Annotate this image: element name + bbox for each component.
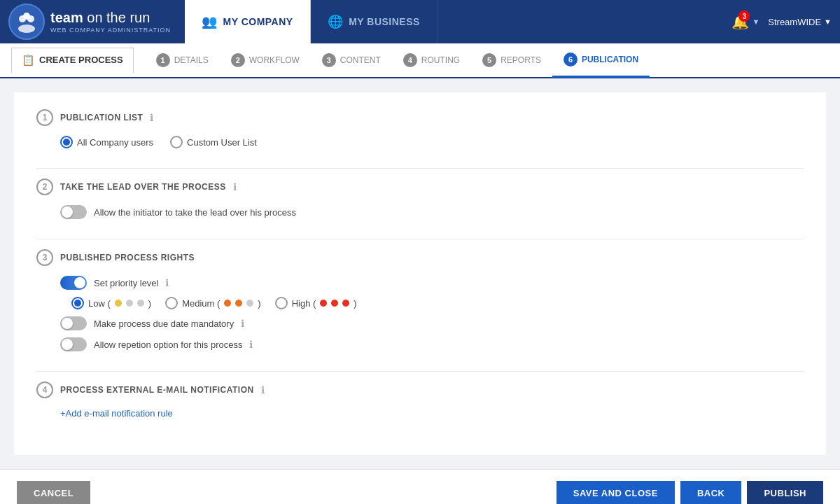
wizard-step-reports[interactable]: 5 REPORTS bbox=[471, 43, 552, 78]
medium-dot-2 bbox=[235, 300, 242, 307]
divider-2 bbox=[36, 239, 804, 239]
section-take-lead: 2 TAKE THE LEAD OVER THE PROCESS ℹ Allow… bbox=[36, 178, 804, 219]
medium-dot-1 bbox=[224, 300, 231, 307]
publish-button[interactable]: PUBLISH bbox=[747, 481, 823, 504]
step-num-4: 4 bbox=[403, 53, 417, 67]
divider-3 bbox=[36, 371, 804, 372]
logo-text: team on the run WEB COMPANY ADMINISTRATI… bbox=[50, 8, 171, 35]
section-process-rights: 3 PUBLISHED PROCESS RIGHTS Set priority … bbox=[36, 249, 804, 351]
nav-tab-company-label: MY COMPANY bbox=[223, 16, 293, 27]
wizard-bar: 📋 CREATE PROCESS 1 DETAILS 2 WORKFLOW 3 … bbox=[0, 43, 840, 78]
section-email-notification: 4 PROCESS EXTERNAL E-MAIL NOTIFICATION ℹ… bbox=[36, 382, 804, 419]
wizard-step-workflow[interactable]: 2 WORKFLOW bbox=[220, 43, 311, 78]
section2-info-icon[interactable]: ℹ bbox=[233, 181, 237, 192]
priority-toggle[interactable] bbox=[60, 276, 87, 290]
repetition-toggle[interactable] bbox=[60, 337, 87, 351]
repetition-toggle-knob bbox=[62, 339, 73, 350]
priority-high-close: ) bbox=[354, 298, 356, 309]
svg-point-3 bbox=[18, 24, 35, 33]
priority-high[interactable]: High ( ) bbox=[275, 297, 357, 309]
due-date-info-icon[interactable]: ℹ bbox=[241, 318, 244, 329]
cancel-button[interactable]: CANCEL bbox=[17, 481, 90, 504]
business-icon: 🌐 bbox=[328, 14, 344, 29]
radio-label-all-company: All Company users bbox=[77, 137, 153, 148]
section-publication-list: 1 PUBLICATION LIST ℹ All Company users C… bbox=[36, 109, 804, 148]
user-menu[interactable]: StreamWIDE ▼ bbox=[768, 17, 832, 27]
high-dot-1 bbox=[320, 300, 327, 307]
brand-subtitle: WEB COMPANY ADMINISTRATION bbox=[50, 27, 171, 35]
step-num-6: 6 bbox=[564, 52, 578, 66]
step-num-2: 2 bbox=[231, 53, 245, 67]
nav-tab-my-business[interactable]: 🌐 MY BUSINESS bbox=[311, 0, 438, 43]
priority-radio-group: Low ( ) Medium ( ) High ( bbox=[36, 297, 804, 309]
radio-all-company[interactable]: All Company users bbox=[60, 136, 153, 148]
section2-header: 2 TAKE THE LEAD OVER THE PROCESS ℹ bbox=[36, 178, 804, 195]
low-dot-1 bbox=[115, 300, 122, 307]
section4-title: PROCESS EXTERNAL E-MAIL NOTIFICATION bbox=[60, 385, 254, 395]
section2-title: TAKE THE LEAD OVER THE PROCESS bbox=[60, 182, 226, 192]
footer: CANCEL SAVE AND CLOSE BACK PUBLISH bbox=[0, 469, 840, 504]
radio-custom-list[interactable]: Custom User List bbox=[170, 136, 257, 148]
due-date-toggle-row: Make process due date mandatory ℹ bbox=[36, 316, 804, 330]
priority-medium-label: Medium ( bbox=[182, 298, 220, 309]
take-lead-toggle-knob bbox=[62, 206, 73, 218]
section4-num: 4 bbox=[36, 382, 53, 398]
step-label-content: CONTENT bbox=[340, 55, 381, 65]
priority-toggle-row: Set priority level ℹ bbox=[36, 276, 804, 290]
section3-header: 3 PUBLISHED PROCESS RIGHTS bbox=[36, 249, 804, 266]
svg-point-2 bbox=[23, 13, 30, 20]
high-dot-3 bbox=[342, 300, 349, 307]
priority-toggle-label: Set priority level bbox=[94, 278, 158, 288]
repetition-info-icon[interactable]: ℹ bbox=[249, 339, 253, 350]
priority-low-label: Low ( bbox=[88, 298, 111, 309]
footer-right: SAVE AND CLOSE BACK PUBLISH bbox=[556, 481, 823, 504]
wizard-steps: 1 DETAILS 2 WORKFLOW 3 CONTENT 4 ROUTING… bbox=[145, 43, 829, 78]
priority-high-radio bbox=[275, 297, 288, 309]
section4-info-icon[interactable]: ℹ bbox=[261, 384, 265, 396]
main-nav: 👥 MY COMPANY 🌐 MY BUSINESS bbox=[185, 0, 438, 43]
section1-title: PUBLICATION LIST bbox=[60, 113, 143, 122]
priority-medium-radio bbox=[165, 297, 178, 309]
priority-medium[interactable]: Medium ( ) bbox=[165, 297, 261, 309]
add-email-rule-link[interactable]: +Add e-mail notification rule bbox=[36, 408, 804, 419]
brand-suffix: on the run bbox=[83, 10, 150, 25]
due-date-toggle[interactable] bbox=[60, 316, 87, 330]
priority-low[interactable]: Low ( ) bbox=[71, 297, 151, 309]
due-date-label: Make process due date mandatory bbox=[94, 318, 234, 329]
wizard-step-content[interactable]: 3 CONTENT bbox=[311, 43, 392, 78]
section1-num: 1 bbox=[36, 109, 53, 126]
step-num-5: 5 bbox=[482, 53, 496, 67]
notification-button[interactable]: 🔔 3 ▼ bbox=[732, 13, 760, 30]
section1-info-icon[interactable]: ℹ bbox=[150, 112, 153, 123]
step-label-reports: REPORTS bbox=[500, 55, 541, 65]
high-dot-2 bbox=[331, 300, 338, 307]
take-lead-label: Allow the initiator to take the lead ove… bbox=[94, 207, 296, 218]
form-card: 1 PUBLICATION LIST ℹ All Company users C… bbox=[14, 92, 826, 455]
take-lead-toggle[interactable] bbox=[60, 205, 87, 219]
wizard-step-details[interactable]: 1 DETAILS bbox=[145, 43, 220, 78]
priority-info-icon[interactable]: ℹ bbox=[165, 277, 169, 288]
back-button[interactable]: BACK bbox=[680, 481, 742, 504]
section3-num: 3 bbox=[36, 249, 53, 266]
radio-circle-all-company bbox=[60, 136, 73, 148]
medium-dot-3 bbox=[246, 300, 253, 307]
repetition-toggle-row: Allow repetion option for this process ℹ bbox=[36, 337, 804, 351]
take-lead-toggle-row: Allow the initiator to take the lead ove… bbox=[36, 205, 804, 219]
low-dot-2 bbox=[126, 300, 133, 307]
header: team on the run WEB COMPANY ADMINISTRATI… bbox=[0, 0, 840, 43]
section4-header: 4 PROCESS EXTERNAL E-MAIL NOTIFICATION ℹ bbox=[36, 382, 804, 398]
save-and-close-button[interactable]: SAVE AND CLOSE bbox=[556, 481, 675, 504]
main-content: 1 PUBLICATION LIST ℹ All Company users C… bbox=[0, 78, 840, 469]
logo-icon bbox=[8, 4, 45, 40]
step-label-workflow: WORKFLOW bbox=[249, 55, 300, 65]
wizard-step-publication[interactable]: 6 PUBLICATION bbox=[552, 43, 650, 78]
step-label-routing: ROUTING bbox=[421, 55, 460, 65]
step-label-publication: PUBLICATION bbox=[582, 55, 638, 64]
user-name: StreamWIDE bbox=[768, 17, 821, 27]
create-process-tab[interactable]: 📋 CREATE PROCESS bbox=[11, 48, 134, 74]
low-dot-3 bbox=[137, 300, 144, 307]
nav-tab-business-label: MY BUSINESS bbox=[349, 16, 420, 27]
wizard-step-routing[interactable]: 4 ROUTING bbox=[392, 43, 471, 78]
nav-tab-my-company[interactable]: 👥 MY COMPANY bbox=[185, 0, 311, 43]
divider-1 bbox=[36, 168, 804, 169]
